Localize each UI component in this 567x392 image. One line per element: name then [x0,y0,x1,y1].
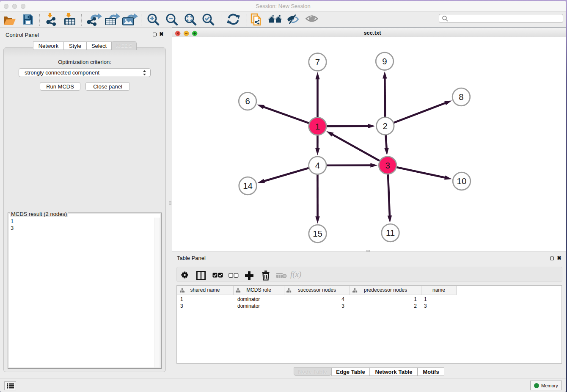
svg-text:7: 7 [315,57,319,67]
svg-text:10: 10 [457,176,466,186]
svg-text:2: 2 [383,121,387,131]
svg-text:14: 14 [243,181,253,190]
svg-text:8: 8 [459,92,463,102]
svg-text:15: 15 [313,229,322,238]
svg-text:11: 11 [385,228,394,237]
svg-text:1: 1 [315,121,319,131]
svg-text:9: 9 [382,56,387,66]
svg-text:6: 6 [245,96,250,106]
svg-text:4: 4 [315,160,319,170]
svg-text:3: 3 [385,160,390,170]
